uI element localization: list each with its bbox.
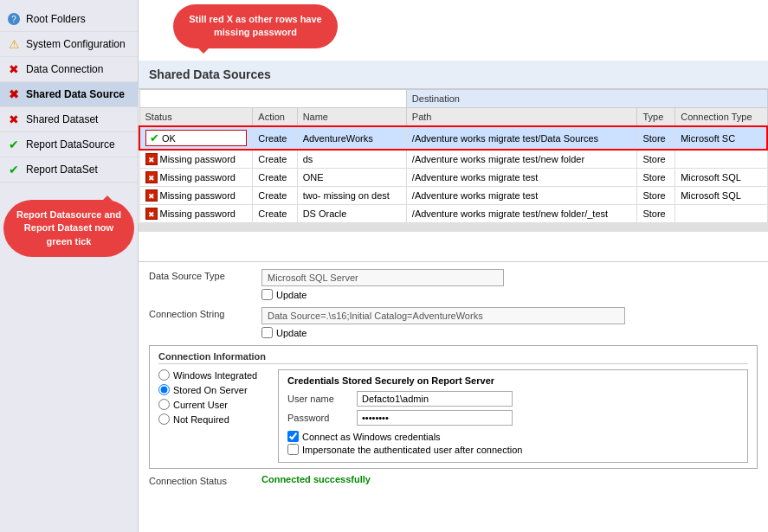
windows-integrated-radio[interactable] [158, 369, 170, 381]
path-cell: /Adventure works migrate test/new folder [406, 150, 637, 169]
connection-status-row: Connection Status Connected successfully [149, 474, 758, 486]
status-text: OK [162, 133, 176, 144]
sidebar-item-label: Shared Dataset [26, 113, 98, 125]
name-cell: ONE [297, 169, 406, 187]
sidebar-item-report-datasource[interactable]: ✔ Report DataSource [0, 132, 138, 157]
ok-icon: ✔ [7, 138, 21, 151]
horizontal-scrollbar[interactable] [139, 223, 768, 232]
conntype-cell: Microsoft SC [675, 126, 767, 150]
connection-status-value: Connected successfully [261, 474, 371, 484]
status-text: Missing password [160, 190, 236, 201]
current-user-radio[interactable] [158, 399, 170, 410]
col-header-path: Path [406, 108, 637, 127]
callout-red-text: Still red X as other rows have missing p… [189, 14, 321, 37]
path-cell: /Adventure works migrate test [406, 169, 637, 187]
action-cell: Create [253, 150, 297, 169]
conntype-cell [675, 150, 767, 169]
main-content: Still red X as other rows have missing p… [139, 0, 768, 532]
status-cell: ✔ OK [139, 126, 253, 150]
update2-checkbox[interactable] [261, 327, 273, 338]
sidebar-item-report-dataset[interactable]: ✔ Report DataSet [0, 157, 138, 183]
data-source-type-row: Data Source Type Update [149, 269, 758, 302]
table-row[interactable]: ✖ Missing password Create DS Oracle /Adv… [139, 205, 767, 223]
not-required-label: Not Required [173, 414, 229, 425]
connection-string-row: Connection String Update [149, 307, 758, 340]
connection-info-title: Connection Information [158, 351, 748, 364]
connection-info-inner: Windows Integrated Stored On Server Curr… [158, 369, 748, 463]
path-cell: /Adventure works migrate test/Data Sourc… [406, 126, 637, 150]
table-row[interactable]: ✔ OK Create AdventureWorks /Adventure wo… [139, 126, 767, 150]
type-cell: Store [637, 169, 675, 187]
sidebar-item-system-configuration[interactable]: ⚠ System Configuration [0, 32, 138, 57]
status-text: Missing password [160, 172, 236, 183]
table-row[interactable]: ✖ Missing password Create ONE /Adventure… [139, 169, 767, 187]
error-icon: ✖ [7, 62, 21, 76]
not-required-radio[interactable] [158, 413, 170, 425]
missing-icon: ✖ [145, 153, 158, 165]
callout-red-container: Still red X as other rows have missing p… [173, 4, 338, 48]
type-cell: Store [637, 187, 675, 205]
sidebar-item-data-connection[interactable]: ✖ Data Connection [0, 57, 138, 82]
stored-on-server-radio[interactable] [158, 384, 170, 395]
status-text: Missing password [160, 208, 236, 219]
sidebar-item-label: Report DataSet [26, 163, 98, 176]
sidebar-item-label: Report DataSource [26, 138, 115, 151]
update-label: Update [276, 290, 307, 300]
data-table: Destination Status Action Name Path Type… [139, 89, 768, 223]
username-label: User name [287, 394, 357, 404]
current-user-row: Current User [158, 399, 271, 410]
col-header-type: Type [637, 108, 675, 127]
callout-green-text: Report Datasource and Report Dataset now… [16, 209, 121, 247]
password-label: Password [287, 413, 357, 423]
sidebar-item-label: Shared Data Source [26, 88, 125, 100]
impersonate-checkbox[interactable] [287, 444, 299, 455]
sidebar-item-label: System Configuration [26, 38, 126, 50]
password-row: Password [287, 410, 739, 426]
destination-header: Destination [406, 90, 767, 108]
ok-icon: ✔ [7, 163, 21, 176]
connect-as-windows-label: Connect as Windows credentials [302, 432, 441, 442]
connection-status-label: Connection Status [149, 474, 261, 486]
username-input[interactable] [357, 391, 513, 407]
windows-integrated-label: Windows Integrated [173, 370, 257, 381]
table-row[interactable]: ✖ Missing password Create ds /Adventure … [139, 150, 767, 169]
data-source-type-label: Data Source Type [149, 269, 261, 281]
name-cell: DS Oracle [297, 205, 406, 223]
col-header-conntype: Connection Type [675, 108, 767, 127]
conntype-cell: Microsoft SQL [675, 187, 767, 205]
table-header-top: Destination [139, 90, 767, 108]
name-cell: two- missing on dest [297, 187, 406, 205]
col-header-name: Name [297, 108, 406, 127]
conntype-cell [675, 205, 767, 223]
credentials-title: Credentials Stored Securely on Report Se… [287, 375, 739, 386]
action-cell: Create [253, 205, 297, 223]
password-input[interactable] [357, 410, 513, 426]
sidebar-item-shared-data-source[interactable]: ✖ Shared Data Source [0, 82, 138, 107]
col-header-status: Status [139, 108, 253, 127]
sidebar-item-shared-dataset[interactable]: ✖ Shared Dataset [0, 107, 138, 132]
path-cell: /Adventure works migrate test [406, 187, 637, 205]
not-required-row: Not Required [158, 413, 271, 425]
update-checkbox[interactable] [261, 289, 273, 300]
table-row[interactable]: ✖ Missing password Create two- missing o… [139, 187, 767, 205]
callout-red-bubble: Still red X as other rows have missing p… [173, 4, 338, 48]
sidebar-item-label: Data Connection [26, 63, 103, 75]
status-cell: ✖ Missing password [139, 205, 253, 223]
stored-on-server-label: Stored On Server [173, 385, 248, 395]
connection-string-input[interactable] [261, 307, 625, 324]
credential-options: Windows Integrated Stored On Server Curr… [158, 369, 271, 463]
action-cell: Create [253, 169, 297, 187]
update2-label: Update [276, 328, 307, 338]
status-cell: ✖ Missing password [139, 169, 253, 187]
data-source-type-input[interactable] [261, 269, 504, 286]
type-cell: Store [637, 150, 675, 169]
impersonate-row: Impersonate the authenticated user after… [287, 444, 739, 455]
question-icon: ? [7, 12, 21, 26]
current-user-label: Current User [173, 400, 228, 410]
stored-on-server-row: Stored On Server [158, 384, 271, 395]
sidebar: ? Root Folders ⚠ System Configuration ✖ … [0, 0, 139, 532]
action-cell: Create [253, 126, 297, 150]
sidebar-item-label: Root Folders [26, 13, 86, 25]
connect-as-windows-checkbox[interactable] [287, 431, 299, 442]
sidebar-item-root-folders[interactable]: ? Root Folders [0, 7, 138, 32]
